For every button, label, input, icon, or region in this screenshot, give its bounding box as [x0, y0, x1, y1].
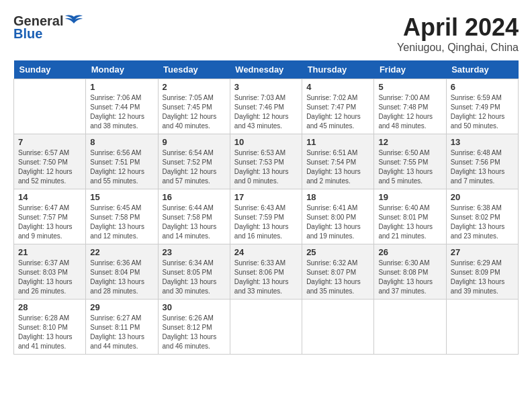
cell-info: Sunrise: 6:40 AMSunset: 8:01 PMDaylight:…: [378, 203, 441, 241]
table-row: 20 Sunrise: 6:38 AMSunset: 8:02 PMDaylig…: [446, 189, 518, 244]
cell-date: 29: [90, 302, 153, 312]
header: General Blue April 2024 Yeniugou, Qingha…: [13, 13, 519, 54]
cell-date: 19: [378, 192, 441, 202]
weekday-header-row: Sunday Monday Tuesday Wednesday Thursday…: [14, 60, 519, 79]
cell-date: 26: [378, 247, 441, 257]
cell-date: 23: [163, 247, 226, 257]
cell-info: Sunrise: 6:27 AMSunset: 8:11 PMDaylight:…: [90, 314, 153, 351]
cell-date: 30: [163, 302, 226, 312]
cell-info: Sunrise: 6:34 AMSunset: 8:05 PMDaylight:…: [163, 259, 226, 296]
table-row: 29 Sunrise: 6:27 AMSunset: 8:11 PMDaylig…: [86, 300, 158, 355]
table-row: 22 Sunrise: 6:36 AMSunset: 8:04 PMDaylig…: [86, 244, 158, 300]
table-row: [302, 300, 374, 355]
cell-info: Sunrise: 6:36 AMSunset: 8:04 PMDaylight:…: [90, 259, 153, 296]
header-wednesday: Wednesday: [230, 60, 302, 79]
table-row: 18 Sunrise: 6:41 AMSunset: 8:00 PMDaylig…: [302, 189, 374, 244]
cell-info: Sunrise: 6:30 AMSunset: 8:08 PMDaylight:…: [378, 259, 441, 296]
cell-info: Sunrise: 6:38 AMSunset: 8:02 PMDaylight:…: [451, 203, 514, 241]
cell-date: 14: [18, 192, 81, 202]
table-row: 14 Sunrise: 6:47 AMSunset: 7:57 PMDaylig…: [14, 189, 86, 244]
cell-date: 1: [90, 82, 153, 92]
cell-date: 5: [378, 82, 441, 92]
cell-date: 4: [306, 82, 369, 92]
cell-info: Sunrise: 6:50 AMSunset: 7:55 PMDaylight:…: [378, 148, 441, 186]
table-row: 23 Sunrise: 6:34 AMSunset: 8:05 PMDaylig…: [158, 244, 230, 300]
cell-info: Sunrise: 6:54 AMSunset: 7:52 PMDaylight:…: [163, 148, 226, 186]
calendar-week-row: 1 Sunrise: 7:06 AMSunset: 7:44 PMDayligh…: [14, 79, 519, 134]
table-row: 11 Sunrise: 6:51 AMSunset: 7:54 PMDaylig…: [302, 134, 374, 189]
header-sunday: Sunday: [14, 60, 86, 79]
cell-info: Sunrise: 6:41 AMSunset: 8:00 PMDaylight:…: [306, 203, 369, 241]
cell-info: Sunrise: 6:51 AMSunset: 7:54 PMDaylight:…: [306, 148, 369, 186]
month-title: April 2024: [397, 13, 519, 42]
cell-info: Sunrise: 6:57 AMSunset: 7:50 PMDaylight:…: [18, 148, 81, 186]
cell-date: 18: [306, 192, 369, 202]
cell-info: Sunrise: 6:37 AMSunset: 8:03 PMDaylight:…: [18, 259, 81, 296]
cell-date: 24: [234, 247, 298, 257]
table-row: 9 Sunrise: 6:54 AMSunset: 7:52 PMDayligh…: [158, 134, 230, 189]
table-row: 17 Sunrise: 6:43 AMSunset: 7:59 PMDaylig…: [230, 189, 302, 244]
cell-info: Sunrise: 7:02 AMSunset: 7:47 PMDaylight:…: [306, 93, 369, 131]
cell-date: 11: [306, 137, 369, 147]
table-row: 25 Sunrise: 6:32 AMSunset: 8:07 PMDaylig…: [302, 244, 374, 300]
cell-date: 6: [451, 82, 514, 92]
cell-date: 7: [18, 137, 81, 147]
cell-date: 3: [234, 82, 298, 92]
table-row: 30 Sunrise: 6:26 AMSunset: 8:12 PMDaylig…: [158, 300, 230, 355]
cell-date: 13: [451, 137, 514, 147]
cell-info: Sunrise: 6:28 AMSunset: 8:10 PMDaylight:…: [18, 314, 81, 351]
cell-info: Sunrise: 6:26 AMSunset: 8:12 PMDaylight:…: [163, 314, 226, 351]
cell-info: Sunrise: 6:45 AMSunset: 7:58 PMDaylight:…: [90, 203, 153, 241]
header-thursday: Thursday: [302, 60, 374, 79]
table-row: 1 Sunrise: 7:06 AMSunset: 7:44 PMDayligh…: [86, 79, 158, 134]
table-row: 10 Sunrise: 6:53 AMSunset: 7:53 PMDaylig…: [230, 134, 302, 189]
table-row: 5 Sunrise: 7:00 AMSunset: 7:48 PMDayligh…: [374, 79, 446, 134]
cell-info: Sunrise: 6:43 AMSunset: 7:59 PMDaylight:…: [234, 203, 298, 241]
table-row: 27 Sunrise: 6:29 AMSunset: 8:09 PMDaylig…: [446, 244, 518, 300]
header-tuesday: Tuesday: [158, 60, 230, 79]
cell-date: 22: [90, 247, 153, 257]
calendar-week-row: 14 Sunrise: 6:47 AMSunset: 7:57 PMDaylig…: [14, 189, 519, 244]
cell-date: 8: [90, 137, 153, 147]
header-monday: Monday: [86, 60, 158, 79]
logo-bird-icon: [64, 14, 83, 29]
location-title: Yeniugou, Qinghai, China: [397, 42, 519, 54]
table-row: 6 Sunrise: 6:59 AMSunset: 7:49 PMDayligh…: [446, 79, 518, 134]
header-saturday: Saturday: [446, 60, 518, 79]
table-row: 2 Sunrise: 7:05 AMSunset: 7:45 PMDayligh…: [158, 79, 230, 134]
table-row: 4 Sunrise: 7:02 AMSunset: 7:47 PMDayligh…: [302, 79, 374, 134]
calendar-table: Sunday Monday Tuesday Wednesday Thursday…: [13, 60, 519, 355]
table-row: 16 Sunrise: 6:44 AMSunset: 7:58 PMDaylig…: [158, 189, 230, 244]
table-row: 12 Sunrise: 6:50 AMSunset: 7:55 PMDaylig…: [374, 134, 446, 189]
cell-date: 28: [18, 302, 81, 312]
cell-info: Sunrise: 6:59 AMSunset: 7:49 PMDaylight:…: [451, 93, 514, 131]
cell-info: Sunrise: 6:47 AMSunset: 7:57 PMDaylight:…: [18, 203, 81, 241]
table-row: 3 Sunrise: 7:03 AMSunset: 7:46 PMDayligh…: [230, 79, 302, 134]
cell-info: Sunrise: 6:29 AMSunset: 8:09 PMDaylight:…: [451, 259, 514, 296]
cell-info: Sunrise: 6:33 AMSunset: 8:06 PMDaylight:…: [234, 259, 298, 296]
cell-date: 10: [234, 137, 298, 147]
cell-date: 9: [163, 137, 226, 147]
cell-info: Sunrise: 7:05 AMSunset: 7:45 PMDaylight:…: [163, 93, 226, 131]
cell-date: 20: [451, 192, 514, 202]
logo: General Blue: [13, 13, 83, 42]
cell-info: Sunrise: 6:44 AMSunset: 7:58 PMDaylight:…: [163, 203, 226, 241]
table-row: 7 Sunrise: 6:57 AMSunset: 7:50 PMDayligh…: [14, 134, 86, 189]
cell-info: Sunrise: 7:03 AMSunset: 7:46 PMDaylight:…: [234, 93, 298, 131]
logo-blue-text: Blue: [13, 26, 42, 42]
table-row: 15 Sunrise: 6:45 AMSunset: 7:58 PMDaylig…: [86, 189, 158, 244]
table-row: [14, 79, 86, 134]
header-friday: Friday: [374, 60, 446, 79]
cell-date: 27: [451, 247, 514, 257]
table-row: [374, 300, 446, 355]
cell-info: Sunrise: 6:53 AMSunset: 7:53 PMDaylight:…: [234, 148, 298, 186]
cell-date: 21: [18, 247, 81, 257]
cell-date: 16: [163, 192, 226, 202]
cell-date: 15: [90, 192, 153, 202]
table-row: 24 Sunrise: 6:33 AMSunset: 8:06 PMDaylig…: [230, 244, 302, 300]
cell-date: 12: [378, 137, 441, 147]
cell-info: Sunrise: 6:32 AMSunset: 8:07 PMDaylight:…: [306, 259, 369, 296]
table-row: 21 Sunrise: 6:37 AMSunset: 8:03 PMDaylig…: [14, 244, 86, 300]
cell-info: Sunrise: 6:56 AMSunset: 7:51 PMDaylight:…: [90, 148, 153, 186]
table-row: [446, 300, 518, 355]
